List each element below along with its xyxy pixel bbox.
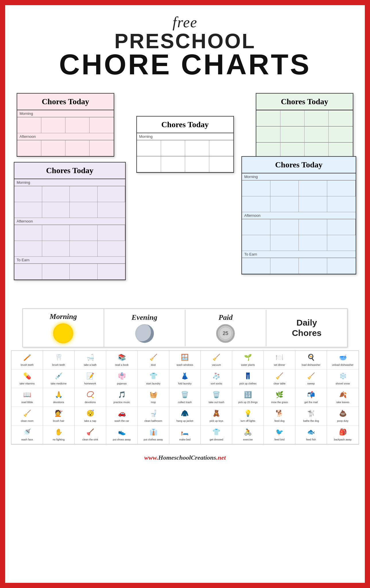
cell <box>98 264 125 280</box>
chore-label: turn off lights <box>241 419 255 423</box>
chore-item: 👟 put shoes away <box>106 425 137 444</box>
chore-label: start laundry <box>146 382 160 385</box>
chore-item: 🐩 bathe the dog <box>295 407 327 425</box>
chore-item: 🪥 brush teeth <box>11 351 43 370</box>
cell <box>327 235 356 251</box>
cell <box>161 156 185 172</box>
cell <box>209 140 233 156</box>
coin-icon: 25 <box>216 324 235 343</box>
chore-item: 🧥 hang up jacket <box>169 407 201 425</box>
cell <box>14 241 42 257</box>
cell <box>280 111 305 126</box>
svg-text:25: 25 <box>223 330 228 336</box>
chore-label: devotions <box>85 401 96 404</box>
section-morning-purple: Morning <box>14 179 125 186</box>
labels-strip: Morning Evening Paid 25 DailyChores <box>22 308 348 347</box>
cell <box>185 140 209 156</box>
cell <box>98 186 125 202</box>
chore-icon-feed-dog: 🐕 <box>274 408 286 419</box>
cell <box>270 235 299 251</box>
strip-col-2: 🦷 brush teeth 💉 take medicine 🙏 devotion… <box>43 351 75 444</box>
label-morning: Morning <box>23 309 104 347</box>
chore-item: 👕 start laundry <box>138 370 169 388</box>
chore-label: get the mail <box>304 401 318 404</box>
chore-label: take a nap <box>84 419 96 423</box>
chore-icon-feed-bird: 🐦 <box>274 427 286 438</box>
cell <box>327 196 356 212</box>
chore-label: brush teeth <box>52 363 65 367</box>
website-tld: .net <box>216 454 226 461</box>
cell <box>270 258 299 274</box>
chore-label: get dressed <box>210 438 223 441</box>
chart-title-purple: Chores Today <box>14 163 125 179</box>
chore-item: 🚴 exercise <box>232 425 264 444</box>
chore-icon-read-book: 📚 <box>116 352 128 363</box>
chore-icon-dust: 🧹 <box>147 352 159 363</box>
section-afternoon-purple: Afternoon <box>14 218 125 225</box>
chart-card-pink: Chores Today Morning Afternoon <box>17 93 114 157</box>
cell <box>42 225 70 241</box>
chart-title-pink: Chores Today <box>17 94 114 110</box>
chore-item: 📚 read a book <box>106 351 137 370</box>
chore-icon-wash-face: 🚿 <box>21 427 33 438</box>
chore-icon-no-fighting: ✋ <box>53 427 65 438</box>
chore-item: 📖 read Bible <box>11 388 43 407</box>
chart-title-blue: Chores Today <box>242 157 356 173</box>
cell <box>14 202 42 218</box>
chore-label: clean room <box>21 419 34 423</box>
cell <box>17 140 41 156</box>
chore-icon-clean-bathroom: 🚽 <box>147 408 159 419</box>
grid-toearn-purple <box>14 264 125 280</box>
chore-icon-poop-duty: 💩 <box>337 408 349 419</box>
chore-item: 👗 fold laundry <box>169 370 201 388</box>
chore-icon-clear-table: 🧹 <box>274 371 286 382</box>
cell <box>65 140 90 156</box>
grid-afternoon-pink <box>17 140 114 156</box>
cell <box>14 264 42 280</box>
chore-item: 😴 take a nap <box>75 407 106 425</box>
chore-icon-sort-socks: 🧦 <box>210 371 222 382</box>
chore-label: wash windows <box>177 363 193 367</box>
label-daily-text: DailyChores <box>292 318 321 338</box>
cell <box>242 235 270 251</box>
strip-col-4: 📚 read a book 👘 pajamas 🎵 practice music… <box>106 351 138 444</box>
chore-icon-mop: 🧺 <box>147 389 159 400</box>
chore-item: 🌱 water plants <box>232 351 264 370</box>
label-morning-text: Morning <box>50 312 77 321</box>
chore-label: vacuum <box>212 363 221 367</box>
cell <box>137 156 161 172</box>
chore-item: 👘 pajamas <box>106 370 137 388</box>
chore-icon-feed-fish: 🐟 <box>305 427 317 438</box>
chore-label: set dinner <box>274 363 285 367</box>
chart-title-white: Chores Today <box>137 117 233 133</box>
chore-icon-bible: 📖 <box>21 389 33 400</box>
chore-label: clear table <box>274 382 286 385</box>
cell <box>329 111 353 126</box>
chore-label: clean the sink <box>82 438 98 441</box>
chart-title-green: Chores Today <box>256 94 353 110</box>
chart-card-purple: Chores Today Morning Afternoon <box>14 162 126 280</box>
chore-label: take a bath <box>84 363 97 367</box>
chore-item: 🐟 feed fish <box>295 425 327 444</box>
chore-icon-water-plants: 🌱 <box>242 352 254 363</box>
chore-icon-practice: 🎵 <box>116 389 128 400</box>
chore-item: 🍂 rake leaves <box>327 388 359 407</box>
section-toearn-purple: To Earn <box>14 257 125 264</box>
cell <box>161 140 185 156</box>
strip-col-6: 🪟 wash windows 👗 fold laundry 🗑️ collect… <box>169 351 201 444</box>
cell <box>42 186 70 202</box>
section-afternoon-pink: Afternoon <box>17 133 114 140</box>
page-frame: free PRESCHOOL Chore Charts Chores Today… <box>0 0 370 588</box>
chore-label: homework <box>84 382 96 385</box>
chore-item: 🦷 brush teeth <box>43 351 74 370</box>
cell <box>90 140 114 156</box>
chore-item: 🧦 sort socks <box>201 370 232 388</box>
cell <box>70 241 98 257</box>
chore-label: shovel snow <box>336 382 350 385</box>
chore-label: fold laundry <box>178 382 192 385</box>
cell <box>299 258 327 274</box>
chore-label: devotions <box>53 401 64 404</box>
chore-icon-get-mail: 📬 <box>305 389 317 400</box>
chore-item: 🛏️ make bed <box>169 425 201 444</box>
section-morning-white: Morning <box>137 133 233 140</box>
